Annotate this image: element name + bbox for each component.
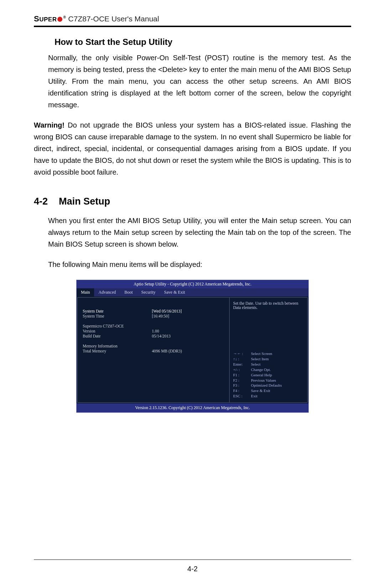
tab-boot[interactable]: Boot bbox=[120, 288, 137, 296]
system-time-label: System Time bbox=[83, 314, 150, 318]
build-date-label: Build Date bbox=[83, 334, 150, 338]
registered-icon: ® bbox=[63, 15, 66, 19]
bios-help-text: Set the Date. Use tab to switch between … bbox=[233, 301, 304, 310]
tab-advanced[interactable]: Advanced bbox=[94, 288, 120, 296]
document-title: C7Z87-OCE User's Manual bbox=[68, 15, 159, 23]
page-footer: 4-2 bbox=[34, 559, 351, 573]
key-row: F3 :Optimized Defaults bbox=[233, 383, 304, 388]
key-row: F2 :Previous Values bbox=[233, 378, 304, 383]
intro-paragraph: Normally, the only visible Power-On Self… bbox=[48, 52, 351, 111]
bios-tabs: Main Advanced Boot Security Save & Exit bbox=[77, 288, 308, 296]
warning-text: Do not upgrade the BIOS unless your syst… bbox=[34, 121, 351, 176]
total-memory-label: Total Memory bbox=[83, 349, 150, 353]
key-row: +/- :Change Opt. bbox=[233, 367, 304, 372]
bios-title-bar: Aptio Setup Utility - Copyright (C) 2012… bbox=[77, 280, 308, 288]
build-date-value: 05/14/2013 bbox=[152, 334, 170, 338]
tab-save-exit[interactable]: Save & Exit bbox=[160, 288, 189, 296]
section-para-2: The following Main menu items will be di… bbox=[48, 259, 351, 270]
version-value: 1.00 bbox=[152, 329, 159, 333]
tab-security[interactable]: Security bbox=[137, 288, 160, 296]
section-number: 4-2 bbox=[34, 196, 59, 207]
key-row: Enter:Select bbox=[233, 362, 304, 367]
bios-screenshot: Aptio Setup Utility - Copyright (C) 2012… bbox=[76, 280, 309, 413]
bios-key-legend: →← :Select Screen ↑↓ :Select Item Enter:… bbox=[233, 351, 304, 399]
section-heading: 4-2Main Setup bbox=[34, 196, 351, 207]
key-row: ESC :Exit bbox=[233, 393, 304, 399]
bios-body: System Date [Wed 05/16/2013] System Time… bbox=[77, 296, 308, 403]
bios-footer-bar: Version 2.15.1236. Copyright (C) 2012 Am… bbox=[77, 403, 308, 412]
bios-left-pane: System Date [Wed 05/16/2013] System Time… bbox=[77, 297, 229, 403]
brand-rest: UPER bbox=[39, 16, 57, 23]
version-label: Version bbox=[83, 329, 150, 333]
total-memory-value: 4096 MB (DDR3) bbox=[152, 349, 182, 353]
board-name: Supermicro C7Z87-OCE bbox=[83, 324, 124, 328]
warning-label: Warning! bbox=[34, 121, 65, 129]
system-date-value[interactable]: [Wed 05/16/2013] bbox=[152, 309, 182, 313]
key-row: F4 :Save & Exit bbox=[233, 388, 304, 393]
brand-dot-icon bbox=[57, 17, 62, 22]
manual-page: SUPER® C7Z87-OCE User's Manual How to St… bbox=[0, 0, 385, 588]
subsection-heading: How to Start the Setup Utility bbox=[55, 37, 351, 47]
warning-paragraph: Warning! Do not upgrade the BIOS unless … bbox=[34, 119, 351, 178]
section-title: Main Setup bbox=[59, 196, 110, 207]
bios-right-pane: Set the Date. Use tab to switch between … bbox=[229, 297, 308, 403]
key-row: ↑↓ :Select Item bbox=[233, 356, 304, 362]
key-row: →← :Select Screen bbox=[233, 351, 304, 356]
page-header: SUPER® C7Z87-OCE User's Manual bbox=[34, 14, 351, 27]
system-time-value[interactable]: [16:49:50] bbox=[152, 314, 169, 318]
tab-main[interactable]: Main bbox=[77, 288, 94, 296]
system-date-label: System Date bbox=[83, 309, 150, 313]
key-row: F1 :General Help bbox=[233, 372, 304, 378]
page-number: 4-2 bbox=[188, 565, 198, 573]
memory-info-header: Memory Information bbox=[83, 344, 117, 348]
section-para-1: When you first enter the AMI BIOS Setup … bbox=[48, 215, 351, 250]
brand-logo: SUPER® bbox=[34, 14, 65, 24]
brand-prefix: S bbox=[34, 14, 39, 24]
